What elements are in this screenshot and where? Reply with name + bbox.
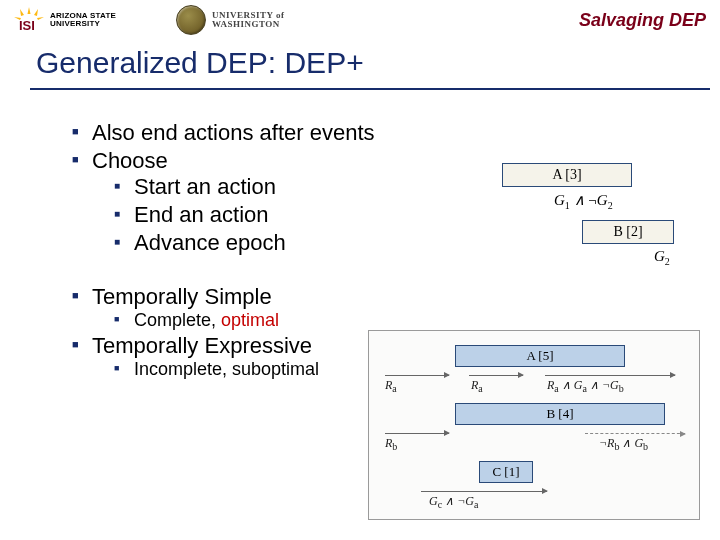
formula-a: G1 ∧ ¬G2 <box>554 191 613 211</box>
bullet: Temporally Simple Complete, optimal <box>72 284 690 331</box>
asu-logo: ISI ARIZONA STATE UNIVERSITY <box>12 7 116 33</box>
label-gc: Gc ∧ ¬Ga <box>429 494 478 510</box>
arrow <box>385 375 449 376</box>
formula-b: G2 <box>654 248 670 267</box>
bar-b: B [4] <box>455 403 665 425</box>
svg-marker-0 <box>28 7 31 14</box>
slide-title: Generalized DEP: DEP+ <box>36 46 684 80</box>
uw-seal-icon <box>176 5 206 35</box>
svg-text:ISI: ISI <box>19 18 35 33</box>
header-bar: ISI ARIZONA STATE UNIVERSITY UNIVERSITY … <box>0 0 720 40</box>
svg-marker-2 <box>34 9 38 16</box>
bar-c: C [1] <box>479 461 533 483</box>
label-ra: Ra <box>385 378 397 394</box>
action-box-a: A [3] <box>502 163 632 187</box>
action-box-b: B [2] <box>582 220 674 244</box>
asu-sunburst-icon: ISI <box>12 7 46 33</box>
label-ra2: Ra <box>471 378 483 394</box>
dashed-arrow <box>585 433 685 434</box>
bar-a: A [5] <box>455 345 625 367</box>
sub-bullets: Complete, optimal <box>92 310 690 331</box>
sub-emph: optimal <box>221 310 279 330</box>
svg-marker-1 <box>20 9 24 16</box>
arrow <box>421 491 547 492</box>
timeline-diagram: A [5] Ra Ra Ra ∧ Ga ∧ ¬Gb B [4] Rb ¬Rb ∧… <box>368 330 700 520</box>
header-subtitle: Salvaging DEP <box>579 10 706 31</box>
title-area: Generalized DEP: DEP+ <box>0 40 720 80</box>
asu-line2: UNIVERSITY <box>50 20 116 28</box>
asu-text: ARIZONA STATE UNIVERSITY <box>50 12 116 29</box>
sub-bullet: Complete, optimal <box>114 310 690 331</box>
uw-logo: UNIVERSITY of WASHINGTON <box>176 5 284 35</box>
bullet-text: Choose <box>92 148 168 173</box>
bullet-text: Temporally Expressive <box>92 333 312 358</box>
arrow <box>385 433 449 434</box>
arrow <box>469 375 523 376</box>
label-ra-formula: Ra ∧ Ga ∧ ¬Gb <box>547 378 624 394</box>
uw-line2: WASHINGTON <box>212 20 284 29</box>
label-rb-formula: ¬Rb ∧ Gb <box>599 436 648 452</box>
svg-marker-4 <box>37 17 44 20</box>
uw-text: UNIVERSITY of WASHINGTON <box>212 11 284 30</box>
label-rb: Rb <box>385 436 397 452</box>
bullet: Also end actions after events <box>72 120 690 146</box>
bullet-text: Temporally Simple <box>92 284 272 309</box>
sub-text: Complete, <box>134 310 221 330</box>
arrow <box>545 375 675 376</box>
